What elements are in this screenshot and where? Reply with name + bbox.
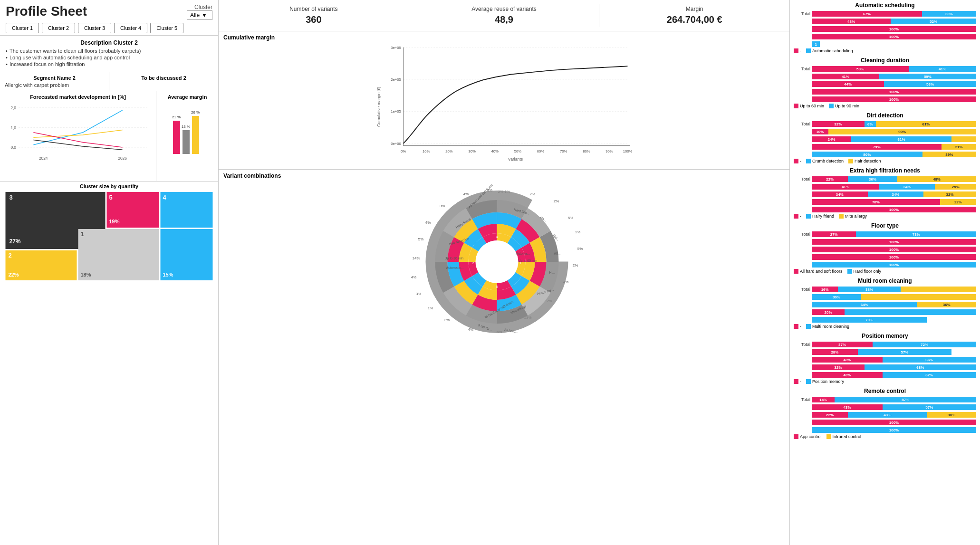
multi-room-title: Multi room cleaning (794, 277, 976, 284)
legend-item: Crumb detection (806, 159, 844, 163)
bar-row: 100% (794, 239, 976, 245)
cluster-size-title: Cluster size by quantity (0, 183, 218, 189)
bar-segment: 61% (876, 121, 976, 127)
bar-row: Total 16% 38% (794, 286, 976, 293)
floor-type-bars: Total 27% 73% 100% 100% (794, 231, 976, 274)
legend-label: Hair detection (855, 159, 881, 163)
svg-text:2: 2 (9, 252, 12, 259)
bar-bars: 32% 68% (812, 364, 976, 370)
bar-row: 41% 34% 25% (794, 183, 976, 190)
cluster-btn-4[interactable]: Cluster 4 (114, 23, 147, 33)
bar-bars: 100% (812, 207, 976, 212)
bar-segment: 34% (868, 191, 924, 197)
bar-segment: 1 (812, 41, 820, 47)
legend-color (794, 269, 798, 274)
legend-label: Hard floor only (854, 269, 882, 274)
svg-text:3%: 3% (416, 292, 422, 296)
bar-segment: 62% (883, 372, 976, 378)
legend-item: Infrared control (826, 434, 862, 439)
variant-combo-section: Variant combinations 2% 1% 7% 2% 5% 1% 5… (219, 170, 789, 545)
legend-item: All hard and soft floors (794, 269, 843, 274)
legend-label: Position memory (812, 379, 844, 384)
bar-segment: 10% (812, 129, 828, 134)
bar-segment: 34% (879, 184, 935, 190)
avg-margin-title: Average margin (160, 94, 214, 100)
position-memory-bars: Total 37% 72% 28% 57% 43% (794, 341, 976, 384)
variants-label: Number of variants (223, 6, 404, 12)
bar-segment: 21% (942, 144, 976, 150)
bar-bars: 100% (812, 427, 976, 433)
svg-text:3e+05: 3e+05 (391, 46, 401, 50)
cluster-btn-2[interactable]: Cluster 2 (42, 23, 75, 33)
legend-label: - (800, 324, 801, 329)
chart-group-remote-control: Remote control Total 14% 87% 43% 57% (794, 388, 976, 439)
legend-label: Up to 60 min (800, 104, 824, 108)
svg-text:4: 4 (496, 235, 498, 239)
svg-text:0e+00: 0e+00 (391, 142, 401, 146)
bar-segment: 41% (812, 184, 879, 190)
middle-panel: Number of variants 360 Average reuse of … (219, 0, 790, 545)
svg-text:90%: 90% (605, 149, 613, 153)
svg-text:21 %: 21 % (172, 115, 181, 119)
bar-label: Total (794, 397, 812, 402)
svg-text:Variants: Variants (508, 157, 523, 162)
legend-label: Automatic scheduling (812, 48, 853, 53)
bar-segment: 37% (812, 342, 873, 347)
bar-row: 32% 68% (794, 364, 976, 371)
variant-combo-svg: 2% 1% 7% 2% 5% 1% 5% 2% 4% 2% 13% 5% 4% … (223, 181, 785, 343)
svg-rect-8 (173, 121, 180, 154)
legend-label: Crumb detection (812, 159, 844, 163)
bar-label: Total (794, 177, 812, 182)
svg-text:2,0: 2,0 (10, 105, 16, 110)
right-panel: Automatic scheduling Total 67% 33% 48% 5… (790, 0, 980, 545)
legend-label: - (800, 214, 801, 219)
cluster-btn-5[interactable]: Cluster 5 (150, 23, 183, 33)
bar-legend: - Hairy friend Mite allergy (794, 214, 976, 219)
bar-label: Total (794, 342, 812, 347)
bar-segment: 100% (812, 420, 976, 425)
svg-text:7%: 7% (530, 192, 536, 196)
svg-text:14%: 14% (412, 256, 420, 260)
segment-name-label: Segment Name 2 (5, 75, 104, 81)
bar-bars: 48% 52% (812, 19, 976, 24)
bar-segment: 48% (812, 19, 891, 24)
svg-rect-12 (192, 116, 199, 154)
bar-segment: 72% (873, 342, 976, 347)
bar-bars: 43% 66% (812, 357, 976, 363)
legend-label: Multi room cleaning (812, 324, 849, 329)
cluster-dropdown-value: Alle (190, 12, 200, 19)
bar-segment: 59% (812, 66, 909, 72)
svg-text:15%: 15% (163, 272, 173, 277)
bar-row: Total 67% 33% (794, 10, 976, 17)
bar-segment: 100% (812, 262, 976, 268)
svg-text:1: 1 (81, 230, 84, 238)
cluster-dropdown[interactable]: Alle ▼ (187, 10, 212, 20)
bar-row: 43% 62% (794, 372, 976, 378)
bar-bars: 100% (812, 420, 976, 425)
bar-bars: 100% (812, 247, 976, 252)
legend-color (794, 159, 798, 163)
bar-row: 48% 52% (794, 18, 976, 25)
cluster-btn-1[interactable]: Cluster 1 (6, 23, 39, 33)
svg-text:Hi...: Hi... (549, 271, 556, 274)
bar-segment: 57% (858, 349, 951, 355)
bar-row: 28% 57% (794, 349, 976, 355)
bar-segment: 14% (812, 397, 835, 402)
svg-text:2024: 2024 (39, 156, 48, 161)
bar-segment: 16% (812, 287, 838, 292)
svg-text:5%: 5% (568, 216, 574, 220)
bar-segment: 34% (812, 191, 868, 197)
bar-segment: 57% (883, 404, 976, 410)
bar-row: 43% 57% (794, 404, 976, 411)
bar-label: Total (794, 287, 812, 292)
svg-text:100%: 100% (623, 149, 633, 153)
bar-row: 100% (794, 261, 976, 268)
legend-color (806, 324, 811, 329)
chart-group-extra-filtration: Extra high filtration needs Total 22% 30… (794, 167, 976, 219)
bar-bars: 43% 57% (812, 404, 976, 410)
avg-margin-section: Average margin 21 % 13 % 26 % (156, 91, 218, 181)
bar-bars: 79% 21% (812, 144, 976, 150)
bar-segment (861, 294, 976, 300)
cluster-btn-3[interactable]: Cluster 3 (78, 23, 111, 33)
bar-row: 100% (794, 254, 976, 260)
